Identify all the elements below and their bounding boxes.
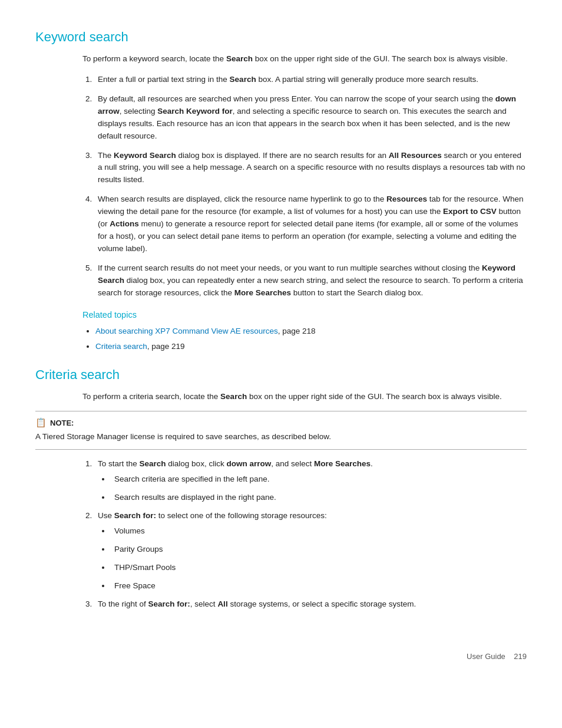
criteria-bullet-2-2: Parity Groups <box>111 543 527 556</box>
footer-label: User Guide <box>467 652 505 661</box>
note-header: 📋 NOTE: <box>35 417 527 428</box>
criteria-search-steps: To start the Search dialog box, click do… <box>82 458 527 610</box>
keyword-search-intro: To perform a keyword search, locate the … <box>82 53 527 65</box>
related-topic-2-link[interactable]: Criteria search <box>95 342 147 351</box>
keyword-step-1: Enter a full or partial text string in t… <box>94 74 527 86</box>
criteria-step-2-bullets: Volumes Parity Groups THP/Smart Pools Fr… <box>98 525 527 592</box>
footer-page: 219 <box>514 652 527 661</box>
criteria-bullet-1-1: Search criteria are specified in the lef… <box>111 473 527 486</box>
keyword-search-title: Keyword search <box>35 29 527 45</box>
criteria-step-3: To the right of Search for:, select All … <box>94 598 527 611</box>
related-topic-1[interactable]: About searching XP7 Command View AE reso… <box>95 325 527 338</box>
related-topics-title: Related topics <box>82 310 527 319</box>
note-icon: 📋 <box>35 417 47 428</box>
criteria-search-title: Criteria search <box>35 367 527 383</box>
note-body: A Tiered Storage Manager license is requ… <box>35 431 527 443</box>
criteria-step-2: Use Search for: to select one of the fol… <box>94 510 527 592</box>
keyword-step-5: If the current search results do not mee… <box>94 262 527 299</box>
page-footer: User Guide 219 <box>35 646 527 661</box>
keyword-step-4: When search results are displayed, click… <box>94 193 527 255</box>
criteria-step-1-bullets: Search criteria are specified in the lef… <box>98 473 527 504</box>
keyword-step-2: By default, all resources are searched w… <box>94 93 527 143</box>
keyword-step-3: The Keyword Search dialog box is display… <box>94 150 527 187</box>
keyword-search-steps: Enter a full or partial text string in t… <box>82 74 527 299</box>
related-topic-2[interactable]: Criteria search, page 219 <box>95 341 527 353</box>
note-label: NOTE: <box>50 419 74 427</box>
criteria-step-1: To start the Search dialog box, click do… <box>94 458 527 504</box>
criteria-bullet-1-2: Search results are displayed in the righ… <box>111 492 527 504</box>
criteria-bullet-2-4: Free Space <box>111 580 527 592</box>
note-box: 📋 NOTE: A Tiered Storage Manager license… <box>35 411 527 450</box>
related-topics-list: About searching XP7 Command View AE reso… <box>82 325 527 353</box>
related-topic-1-link[interactable]: About searching XP7 Command View AE reso… <box>95 327 278 335</box>
criteria-bullet-2-3: THP/Smart Pools <box>111 562 527 574</box>
criteria-search-intro: To perform a criteria search, locate the… <box>82 391 527 403</box>
related-topics-section: Related topics About searching XP7 Comma… <box>82 310 527 353</box>
criteria-bullet-2-1: Volumes <box>111 525 527 538</box>
